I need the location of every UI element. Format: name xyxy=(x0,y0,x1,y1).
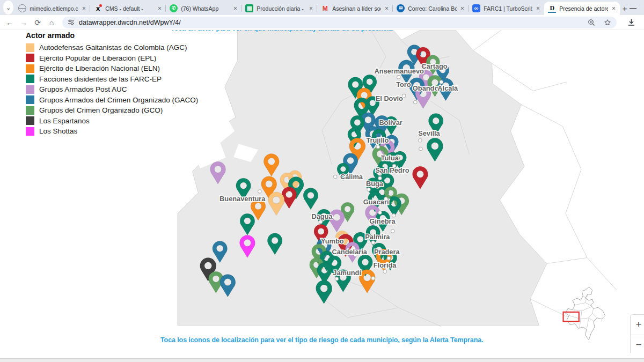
municipality-dot xyxy=(397,76,400,79)
legend-item-farc[interactable]: Facciones disidentes de las FARC-EP xyxy=(26,74,198,85)
legend-item-eln[interactable]: Ejército de Liberación Nacional (ELN) xyxy=(26,63,198,74)
tab-title: FARC1 | TurboScribe xyxy=(484,5,532,12)
xlogo-favicon-icon: x xyxy=(94,4,102,12)
tab-close-icon[interactable]: ✕ xyxy=(233,5,238,12)
legend-label: Los Shottas xyxy=(39,127,77,135)
legend-item-pauc[interactable]: Grupos Armados Post AUC xyxy=(26,84,198,95)
municipality-dot xyxy=(419,147,422,150)
municipality-dot xyxy=(391,230,394,233)
municipality-label: El Dovio xyxy=(376,94,403,102)
municipality-label: Cartago xyxy=(421,62,448,70)
municipality-label: Pradera xyxy=(374,248,400,256)
back-button[interactable]: ← xyxy=(3,16,16,29)
legend-label: Grupos Armados Post AUC xyxy=(39,85,127,93)
tab-search-icon[interactable]: ⌄ xyxy=(3,1,13,14)
municipality-label: Dagua xyxy=(311,212,333,220)
tab-close-icon[interactable]: ✕ xyxy=(384,5,390,12)
municipality-dot xyxy=(334,175,337,178)
legend-label: Grupos del Crimen Organizado (GCO) xyxy=(39,106,163,114)
municipality-dot xyxy=(319,220,322,224)
legend-swatch xyxy=(26,75,34,83)
bottom-annotation: Toca los iconos de localización para ver… xyxy=(160,336,483,344)
municipality-dot xyxy=(440,80,443,84)
window-minimize-button[interactable]: — xyxy=(630,4,636,12)
top-annotation: Toca un actor para ver en qué municipios… xyxy=(171,30,392,32)
new-tab-button[interactable]: + xyxy=(620,2,630,14)
page-bottom-bar xyxy=(0,358,644,362)
legend-item-agc[interactable]: Autodefensas Gaitanistas de Colombia (AG… xyxy=(26,42,198,53)
legend-swatch xyxy=(26,116,34,125)
legend-item-esp[interactable]: Los Espartanos xyxy=(26,116,198,127)
zoom-page-icon[interactable] xyxy=(588,19,595,26)
municipality-label: Candelaria xyxy=(332,248,368,256)
tab-close-icon[interactable]: ✕ xyxy=(157,5,163,12)
browser-tab[interactable]: MAsesinan a líder social en✕ xyxy=(317,2,393,15)
datawrapper-map-page: AnsermanuevoCartagoToroObandoAlcaláEl Do… xyxy=(0,30,644,353)
municipality-dot xyxy=(387,256,390,260)
browser-tab[interactable]: ▦Producción diaria - Hojas✕ xyxy=(241,2,317,15)
tab-title: Correo: Carolina Bohorqu xyxy=(408,5,456,12)
bookmark-star-icon[interactable] xyxy=(604,19,611,26)
download-icon[interactable] xyxy=(627,18,635,26)
legend-swatch xyxy=(26,127,34,136)
municipality-label: Toro xyxy=(396,80,411,88)
legend-swatch xyxy=(26,64,34,73)
address-bar[interactable]: datawrapper.dwcdn.net/dWpwY/4/ xyxy=(62,17,617,28)
tab-close-icon[interactable]: ✕ xyxy=(82,5,87,12)
url-text: datawrapper.dwcdn.net/dWpwY/4/ xyxy=(79,19,579,26)
zoom-out-button[interactable]: − xyxy=(631,335,644,353)
browser-tab[interactable]: ✆(76) WhatsApp✕ xyxy=(166,2,241,15)
municipality-label: San Pedro xyxy=(375,166,409,174)
municipality-label: Guacarí xyxy=(363,198,389,206)
forward-button[interactable]: → xyxy=(17,16,30,29)
tab-title: CMS - default - xyxy=(105,5,153,12)
tab-title: Producción diaria - Hojas xyxy=(257,5,305,12)
browser-tab[interactable]: xCMS - default -✕ xyxy=(90,2,166,15)
gmail-favicon-icon: M xyxy=(321,4,329,12)
municipality-dot xyxy=(378,211,382,214)
tabs-container: mimedio.eltiempo.com.co✕xCMS - default -… xyxy=(14,2,620,15)
tab-close-icon[interactable]: ✕ xyxy=(536,5,541,12)
tab-close-icon[interactable]: ✕ xyxy=(460,5,465,12)
legend-label: Autodefensas Gaitanistas de Colombia (AG… xyxy=(39,43,187,51)
legend-label: Ejército de Liberación Nacional (ELN) xyxy=(39,64,160,72)
turboscribe-favicon-icon: ∞ xyxy=(472,4,480,12)
legend-label: Facciones disidentes de las FARC-EP xyxy=(39,75,162,83)
home-button[interactable]: ⌂ xyxy=(45,16,58,29)
municipality-dot xyxy=(335,277,338,280)
outlook-favicon-icon: ✉ xyxy=(397,4,405,12)
municipality-label: Cálima xyxy=(340,173,363,181)
municipality-dot xyxy=(383,270,386,273)
legend: Actor armado Autodefensas Gaitanistas de… xyxy=(26,31,198,137)
legend-item-gaco[interactable]: Grupos Armados del Crimen Organizado (GA… xyxy=(26,95,198,106)
municipality-dot xyxy=(371,277,375,280)
tab-close-icon[interactable]: ✕ xyxy=(309,5,314,12)
legend-swatch xyxy=(26,106,34,115)
municipality-label: Palmira xyxy=(365,233,390,241)
municipality-dot xyxy=(371,241,375,244)
site-info-icon[interactable] xyxy=(68,19,75,26)
municipality-label: Bolívar xyxy=(379,119,402,127)
municipality-label: Buga xyxy=(366,180,384,188)
legend-item-gco[interactable]: Grupos del Crimen Organizado (GCO) xyxy=(26,105,198,116)
municipality-dot xyxy=(414,100,417,104)
municipality-dot xyxy=(419,139,422,142)
municipality-label: Ansermanuevo xyxy=(374,67,424,75)
browser-tab[interactable]: ∞FARC1 | TurboScribe✕ xyxy=(469,2,544,15)
tab-title: mimedio.eltiempo.com.co xyxy=(30,5,78,12)
colombia-outline xyxy=(566,287,605,340)
zoom-in-button[interactable]: + xyxy=(631,315,644,335)
municipality-dot xyxy=(392,214,395,217)
municipality-label: Trujillo xyxy=(366,136,389,144)
datawrapper-favicon-icon: D xyxy=(548,4,556,13)
tab-close-icon[interactable]: ✕ xyxy=(611,5,617,12)
browser-tab[interactable]: mimedio.eltiempo.com.co✕ xyxy=(14,2,90,15)
browser-tab[interactable]: ✉Correo: Carolina Bohorqu✕ xyxy=(393,2,469,15)
legend-item-sho[interactable]: Los Shottas xyxy=(26,126,198,137)
reload-button[interactable]: ⟳ xyxy=(31,16,44,29)
municipality-label: Tuluá xyxy=(381,154,399,162)
municipality-label: Sevilla xyxy=(418,129,440,137)
browser-tab-strip: ⌄ mimedio.eltiempo.com.co✕xCMS - default… xyxy=(0,0,644,15)
legend-item-epl[interactable]: Ejército Popular de Liberación (EPL) xyxy=(26,53,198,64)
browser-tab[interactable]: DPresencia de actores arma✕ xyxy=(544,2,620,15)
